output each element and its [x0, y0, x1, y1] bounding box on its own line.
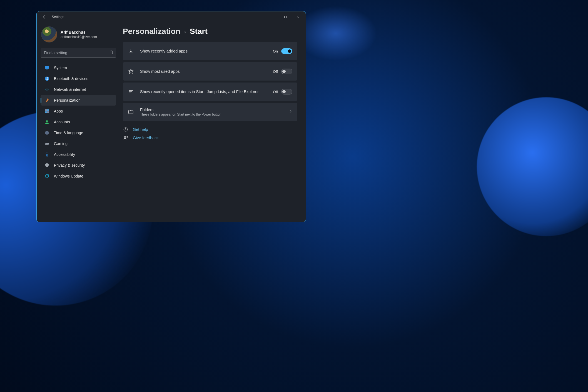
feedback-icon [123, 135, 128, 141]
search-input[interactable] [41, 48, 116, 58]
sidebar-item-label: Privacy & security [54, 163, 85, 168]
shield-icon [44, 163, 49, 168]
profile-block[interactable]: Arif Bacchus arifbacchus19@live.com [41, 26, 116, 43]
sidebar-item-network-internet[interactable]: Network & internet [41, 84, 116, 95]
star-icon [128, 68, 134, 74]
titlebar: Settings [37, 11, 306, 23]
settings-window: Settings Arif Bacchus arifbacchus19@live… [36, 11, 306, 222]
folders-nav-card[interactable]: Folders These folders appear on Start ne… [123, 103, 297, 121]
svg-rect-6 [47, 109, 49, 111]
sidebar-item-label: Apps [54, 109, 63, 113]
svg-rect-5 [45, 109, 47, 111]
sidebar-item-label: Network & internet [54, 87, 86, 92]
setting-label: Show recently opened items in Start, Jum… [140, 89, 259, 94]
content-pane: Personalization › Start Show recently ad… [120, 23, 306, 222]
back-button[interactable] [39, 12, 49, 22]
svg-point-9 [46, 120, 48, 122]
sidebar-item-accounts[interactable]: Accounts [41, 117, 116, 127]
svg-rect-3 [46, 69, 48, 70]
chevron-right-icon [288, 109, 292, 114]
sidebar: Arif Bacchus arifbacchus19@live.com Syst… [37, 23, 120, 222]
wifi-icon [44, 87, 49, 92]
svg-point-14 [47, 153, 48, 153]
sidebar-item-time-language[interactable]: Time & language [41, 128, 116, 138]
list-icon [128, 89, 134, 95]
bluetooth-icon [44, 76, 49, 81]
footer-links: Get help Give feedback [123, 127, 298, 141]
svg-point-12 [48, 143, 48, 144]
chevron-right-icon: › [184, 29, 186, 35]
breadcrumb-current: Start [190, 27, 208, 36]
apps-icon [44, 109, 49, 114]
profile-email: arifbacchus19@live.com [61, 35, 97, 39]
person-icon [44, 119, 49, 124]
svg-point-1 [110, 51, 113, 53]
toggle-state-label: Off [273, 69, 278, 74]
toggle-switch[interactable] [281, 89, 292, 94]
breadcrumb-parent[interactable]: Personalization [123, 27, 180, 36]
nav-list: SystemBluetooth & devicesNetwork & inter… [41, 63, 116, 181]
sidebar-item-label: System [54, 66, 67, 70]
sidebar-item-label: Accessibility [54, 152, 75, 157]
paintbrush-icon [44, 98, 49, 103]
sidebar-item-label: Personalization [54, 98, 81, 103]
breadcrumb: Personalization › Start [123, 27, 298, 36]
setting-label: Show recently added apps [140, 49, 188, 53]
toggle-switch[interactable] [281, 48, 292, 54]
folders-subtitle: These folders appear on Start next to th… [140, 113, 283, 116]
search-box[interactable] [41, 48, 116, 58]
svg-point-16 [124, 136, 126, 138]
sidebar-item-label: Bluetooth & devices [54, 76, 88, 81]
setting-label: Show most used apps [140, 69, 180, 74]
get-help-link[interactable]: Get help [123, 127, 298, 132]
sidebar-item-system[interactable]: System [41, 63, 116, 73]
avatar [41, 26, 57, 43]
sidebar-item-privacy-security[interactable]: Privacy & security [41, 160, 116, 171]
setting-row: Show most used appsOff [123, 62, 297, 81]
help-icon [123, 127, 128, 132]
clock-icon [44, 130, 49, 135]
display-icon [44, 65, 49, 70]
download-icon [128, 48, 134, 54]
sidebar-item-label: Accounts [54, 120, 70, 124]
minimize-button[interactable] [266, 13, 279, 21]
window-title: Settings [52, 15, 64, 19]
sidebar-item-personalization[interactable]: Personalization [41, 95, 116, 106]
sidebar-item-windows-update[interactable]: Windows Update [41, 171, 116, 181]
sidebar-item-label: Windows Update [54, 174, 83, 178]
sidebar-item-label: Gaming [54, 141, 68, 146]
svg-point-13 [48, 144, 49, 144]
accessibility-icon [44, 152, 49, 157]
sidebar-item-label: Time & language [54, 131, 83, 135]
gamepad-icon [44, 141, 49, 146]
svg-rect-8 [47, 111, 49, 113]
svg-rect-7 [45, 111, 47, 113]
update-icon [44, 174, 49, 179]
setting-row: Show recently added appsOn [123, 42, 297, 60]
svg-rect-2 [45, 66, 49, 69]
sidebar-item-apps[interactable]: Apps [41, 106, 116, 116]
folders-title: Folders [140, 108, 283, 112]
profile-name: Arif Bacchus [61, 30, 97, 34]
close-button[interactable] [292, 13, 305, 21]
search-icon [109, 50, 113, 55]
toggle-state-label: Off [273, 90, 278, 94]
toggle-switch[interactable] [281, 69, 292, 74]
maximize-button[interactable] [279, 13, 292, 21]
toggle-state-label: On [273, 49, 278, 53]
give-feedback-link[interactable]: Give feedback [123, 135, 298, 141]
sidebar-item-gaming[interactable]: Gaming [41, 138, 116, 149]
setting-row: Show recently opened items in Start, Jum… [123, 83, 297, 101]
svg-rect-0 [284, 16, 286, 18]
sidebar-item-accessibility[interactable]: Accessibility [41, 149, 116, 160]
folder-icon [128, 109, 134, 115]
sidebar-item-bluetooth-devices[interactable]: Bluetooth & devices [41, 73, 116, 84]
